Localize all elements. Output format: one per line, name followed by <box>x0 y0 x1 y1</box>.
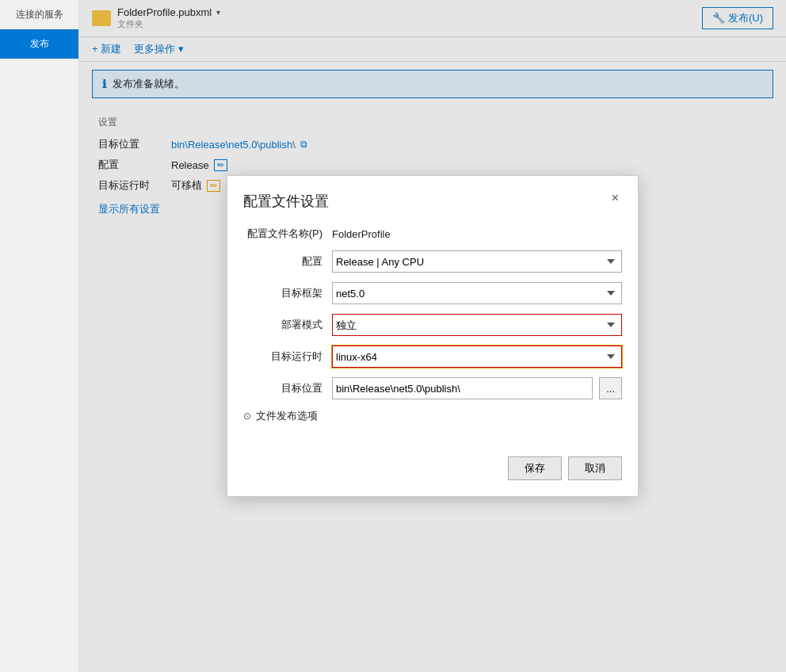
modal-label-runtime: 目标运行时 <box>243 349 322 364</box>
sidebar: 连接的服务 发布 <box>0 0 79 672</box>
modal-select-deploy[interactable]: 独立 <box>332 314 622 336</box>
modal-label-profile-name: 配置文件名称(P) <box>243 227 322 241</box>
modal-label-deploy: 部署模式 <box>243 318 322 332</box>
modal-save-button[interactable]: 保存 <box>508 456 562 480</box>
modal-close-button[interactable]: × <box>609 192 622 204</box>
file-options-label: 文件发布选项 <box>256 409 318 423</box>
modal-dialog: 配置文件设置 × 配置文件名称(P) FolderProfile 配置 Rele… <box>227 175 639 497</box>
modal-row-location: 目标位置 ... <box>243 377 622 399</box>
modal-row-config: 配置 Release | Any CPU <box>243 250 622 273</box>
modal-row-profile-name: 配置文件名称(P) FolderProfile <box>243 227 622 241</box>
sidebar-item-connected-services[interactable]: 连接的服务 <box>0 0 78 29</box>
modal-row-runtime: 目标运行时 linux-x64 <box>243 346 622 368</box>
sidebar-item-publish[interactable]: 发布 <box>0 29 78 59</box>
main-content: FolderProfile.pubxml ▾ 文件夹 🔧 发布(U) + 新建 … <box>79 0 786 672</box>
modal-footer: 保存 取消 <box>227 449 638 496</box>
modal-header: 配置文件设置 × <box>227 176 638 219</box>
modal-row-framework: 目标框架 net5.0 <box>243 282 622 304</box>
modal-label-framework: 目标框架 <box>243 286 322 300</box>
modal-select-runtime[interactable]: linux-x64 <box>332 346 622 368</box>
modal-select-framework[interactable]: net5.0 <box>332 282 622 304</box>
modal-overlay: 配置文件设置 × 配置文件名称(P) FolderProfile 配置 Rele… <box>79 0 786 672</box>
modal-title: 配置文件设置 <box>243 192 329 211</box>
modal-row-deploy: 部署模式 独立 <box>243 314 622 336</box>
modal-location-input[interactable] <box>332 377 593 399</box>
modal-select-config[interactable]: Release | Any CPU <box>332 250 622 273</box>
modal-label-location: 目标位置 <box>243 381 322 395</box>
modal-cancel-button[interactable]: 取消 <box>568 456 622 480</box>
modal-location-group: ... <box>332 377 622 399</box>
file-options-row[interactable]: ⊙ 文件发布选项 <box>243 409 622 423</box>
modal-browse-button[interactable]: ... <box>599 377 622 399</box>
modal-body: 配置文件名称(P) FolderProfile 配置 Release | Any… <box>227 219 638 449</box>
chevron-down-icon: ⊙ <box>243 410 251 422</box>
modal-label-config: 配置 <box>243 254 322 269</box>
modal-value-profile-name: FolderProfile <box>332 228 391 240</box>
